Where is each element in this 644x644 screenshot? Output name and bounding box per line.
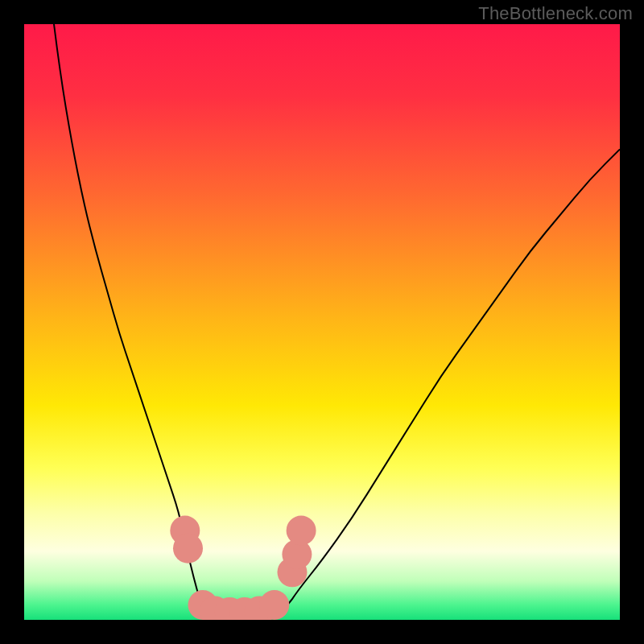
svg-rect-0 — [24, 24, 620, 620]
watermark-text: TheBottleneck.com — [478, 3, 633, 24]
plot-area — [24, 24, 620, 620]
gradient-background — [24, 24, 620, 620]
chart-frame: TheBottleneck.com — [0, 0, 644, 644]
